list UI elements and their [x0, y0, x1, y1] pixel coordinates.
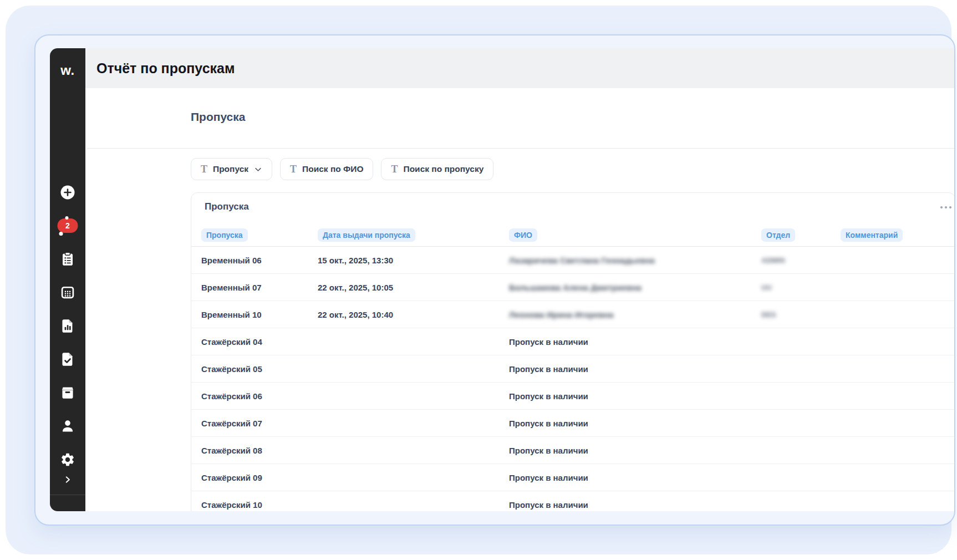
sidebar: w. 2: [50, 48, 85, 511]
clipboard-icon: [60, 252, 75, 267]
cell-dept: DES: [761, 310, 841, 319]
table-row[interactable]: Стажёрский 10Пропуск в наличии: [191, 491, 954, 511]
cell-date: 22 окт., 2025, 10:40: [318, 310, 509, 319]
cell-pass: Стажёрский 08: [201, 446, 318, 455]
table-header-row: Пропуска Дата выдачи пропуска ФИО Отдел …: [191, 223, 954, 247]
sidebar-item-clipboard[interactable]: [60, 252, 75, 267]
sidebar-item-users[interactable]: [60, 419, 75, 434]
top-header-bar: Отчёт по пропускам: [85, 48, 954, 88]
sidebar-item-tasks[interactable]: [60, 352, 75, 367]
app-window: w. 2: [34, 34, 955, 526]
sidebar-item-archive[interactable]: [60, 385, 75, 400]
column-header-comment[interactable]: Комментарий: [841, 228, 903, 242]
sidebar-item-settings[interactable]: [60, 452, 75, 467]
table-row[interactable]: Стажёрский 08Пропуск в наличии: [191, 437, 954, 464]
user-icon: [60, 419, 75, 434]
table-row[interactable]: Стажёрский 07Пропуск в наличии: [191, 410, 954, 437]
cell-fio: Пропуск в наличии: [509, 391, 761, 401]
cell-fio: Леонова Ирина Игоревна: [509, 310, 761, 319]
cell-pass: Стажёрский 10: [201, 500, 318, 510]
table-row[interactable]: Стажёрский 06Пропуск в наличии: [191, 383, 954, 410]
main-area: Отчёт по пропускам Пропуска T Пропуск T: [85, 48, 954, 511]
cell-fio: Пропуск в наличии: [509, 364, 761, 374]
table-body: Временный 0615 окт., 2025, 13:30Лазариче…: [191, 247, 954, 511]
cell-pass: Временный 10: [201, 310, 318, 319]
filter-bar: T Пропуск T Поиск по ФИО T Поиск по проп…: [191, 158, 493, 180]
chevron-right-icon: [64, 476, 72, 483]
cell-fio: Пропуск в наличии: [509, 446, 761, 455]
table-row[interactable]: Временный 0615 окт., 2025, 13:30Лазариче…: [191, 247, 954, 274]
column-header-issue-date[interactable]: Дата выдачи пропуска: [318, 228, 415, 242]
notifications-badge: 2: [58, 218, 78, 233]
pass-filter-label: Пропуск: [213, 164, 248, 174]
cell-pass: Стажёрский 06: [201, 391, 318, 401]
search-pass-label: Поиск по пропуску: [404, 164, 484, 174]
cell-pass: Стажёрский 09: [201, 473, 318, 482]
cell-dept: UU: [761, 283, 841, 292]
add-icon: [60, 185, 75, 200]
table-row[interactable]: Стажёрский 09Пропуск в наличии: [191, 464, 954, 491]
cell-fio: Пропуск в наличии: [509, 419, 761, 428]
section-title: Пропуска: [191, 110, 245, 124]
cell-pass: Временный 06: [201, 256, 318, 265]
cell-fio: Пропуск в наличии: [509, 500, 761, 510]
notifications-button[interactable]: 2: [58, 218, 78, 233]
table-row[interactable]: Стажёрский 04Пропуск в наличии: [191, 328, 954, 355]
cell-pass: Стажёрский 05: [201, 364, 318, 374]
text-filter-icon: T: [290, 164, 297, 174]
app-logo: w.: [50, 63, 85, 78]
add-button[interactable]: [60, 185, 75, 200]
card-more-menu-icon[interactable]: [940, 206, 951, 208]
table-row[interactable]: Временный 1022 окт., 2025, 10:40Леонова …: [191, 301, 954, 328]
passes-table-card: Пропуска Пропуска Дата выдачи пропуска Ф…: [191, 192, 954, 511]
settings-gear-icon: [60, 452, 75, 467]
text-filter-icon: T: [201, 164, 207, 174]
cell-date: 22 окт., 2025, 10:05: [318, 283, 509, 292]
cell-pass: Временный 07: [201, 283, 318, 292]
page-title: Отчёт по пропускам: [96, 60, 235, 77]
calendar-icon: [60, 285, 75, 300]
table-card-title: Пропуска: [205, 201, 249, 212]
archive-icon: [60, 385, 75, 400]
table-row[interactable]: Временный 0722 окт., 2025, 10:05Большако…: [191, 274, 954, 301]
search-pass-filter[interactable]: T Поиск по пропуску: [381, 158, 493, 180]
cell-fio: Лазаричева Светлана Геннадьевна: [509, 256, 761, 265]
report-chart-icon: [60, 319, 75, 334]
cell-pass: Стажёрский 07: [201, 419, 318, 428]
search-fio-filter[interactable]: T Поиск по ФИО: [280, 158, 373, 180]
cell-dept: ADMIN: [761, 256, 841, 264]
cell-fio: Пропуск в наличии: [509, 473, 761, 482]
pass-filter-dropdown[interactable]: T Пропуск: [191, 158, 272, 180]
content-area: Пропуска T Пропуск T Поиск по ФИО: [85, 88, 954, 511]
sidebar-divider: [50, 495, 85, 495]
cell-date: 15 окт., 2025, 13:30: [318, 256, 509, 265]
notifications-count: 2: [65, 221, 70, 230]
cell-fio: Большакова Алена Дмитриевна: [509, 283, 761, 292]
sidebar-expand-button[interactable]: [64, 476, 72, 483]
chevron-down-icon: [254, 165, 262, 174]
cell-fio: Пропуск в наличии: [509, 337, 761, 347]
table-row[interactable]: Стажёрский 05Пропуск в наличии: [191, 355, 954, 383]
search-fio-label: Поиск по ФИО: [302, 164, 363, 174]
section-divider: [87, 148, 954, 149]
text-filter-icon: T: [391, 164, 398, 174]
app-frame: w. 2: [50, 48, 954, 511]
sidebar-item-calendar[interactable]: [60, 285, 75, 300]
sidebar-item-reports[interactable]: [60, 319, 75, 334]
column-header-fio[interactable]: ФИО: [509, 228, 537, 242]
cell-pass: Стажёрский 04: [201, 337, 318, 347]
column-header-department[interactable]: Отдел: [761, 228, 795, 242]
tasks-check-icon: [60, 352, 75, 367]
column-header-pass[interactable]: Пропуска: [201, 228, 248, 242]
